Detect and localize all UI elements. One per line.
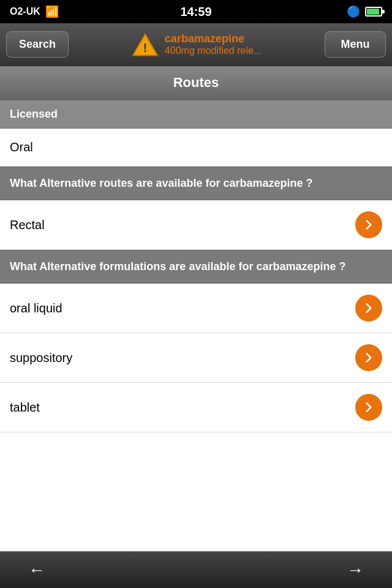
alt-routes-label: What Alternative routes are available fo… — [10, 176, 382, 191]
status-right: 🔵 — [347, 5, 382, 18]
rectal-chevron[interactable] — [355, 211, 382, 238]
toolbar: Search ! carbamazepine 400mg modified re… — [0, 23, 392, 66]
licensed-label: Licensed — [10, 108, 58, 120]
tablet-label: tablet — [10, 401, 40, 415]
oral-liquid-label: oral liquid — [10, 301, 62, 315]
bluetooth-icon: 🔵 — [347, 5, 360, 18]
status-left: O2-UK 📶 — [10, 5, 59, 18]
bottom-nav: ← → — [0, 551, 392, 588]
drug-name: carbamazepine — [165, 32, 262, 45]
licensed-section-header: Licensed — [0, 100, 392, 129]
wifi-icon: 📶 — [45, 5, 59, 18]
chevron-right-icon — [363, 219, 375, 231]
carrier-label: O2-UK — [10, 6, 40, 17]
suppository-item[interactable]: suppository — [0, 333, 392, 383]
oral-liquid-chevron[interactable] — [355, 295, 382, 322]
drug-dose: 400mg modified rele... — [165, 45, 262, 56]
battery-icon — [365, 7, 382, 17]
list-item: Oral — [0, 129, 392, 167]
drug-info: carbamazepine 400mg modified rele... — [165, 32, 262, 56]
suppository-label: suppository — [10, 351, 72, 365]
tablet-item[interactable]: tablet — [0, 383, 392, 432]
routes-title: Routes — [173, 75, 219, 90]
oral-label: Oral — [10, 140, 33, 154]
suppository-chevron[interactable] — [355, 344, 382, 371]
status-time: 14:59 — [180, 5, 211, 19]
routes-section-header: Routes — [0, 66, 392, 100]
chevron-right-icon — [363, 302, 375, 314]
alt-formulations-header: What Alternative formulations are availa… — [0, 250, 392, 284]
rectal-label: Rectal — [10, 218, 45, 232]
chevron-right-icon — [363, 352, 375, 364]
search-button[interactable]: Search — [6, 31, 69, 58]
rectal-item[interactable]: Rectal — [0, 200, 392, 250]
menu-button[interactable]: Menu — [325, 31, 386, 58]
status-bar: O2-UK 📶 14:59 🔵 — [0, 0, 392, 23]
svg-text:!: ! — [143, 41, 147, 55]
oral-liquid-item[interactable]: oral liquid — [0, 284, 392, 333]
warning-icon: ! — [132, 32, 159, 57]
alt-formulations-label: What Alternative formulations are availa… — [10, 259, 382, 274]
chevron-right-icon — [363, 401, 375, 413]
back-button[interactable]: ← — [18, 556, 55, 585]
tablet-chevron[interactable] — [355, 394, 382, 421]
alt-routes-header: What Alternative routes are available fo… — [0, 167, 392, 200]
forward-button[interactable]: → — [337, 556, 374, 585]
toolbar-center: ! carbamazepine 400mg modified rele... — [69, 32, 325, 57]
